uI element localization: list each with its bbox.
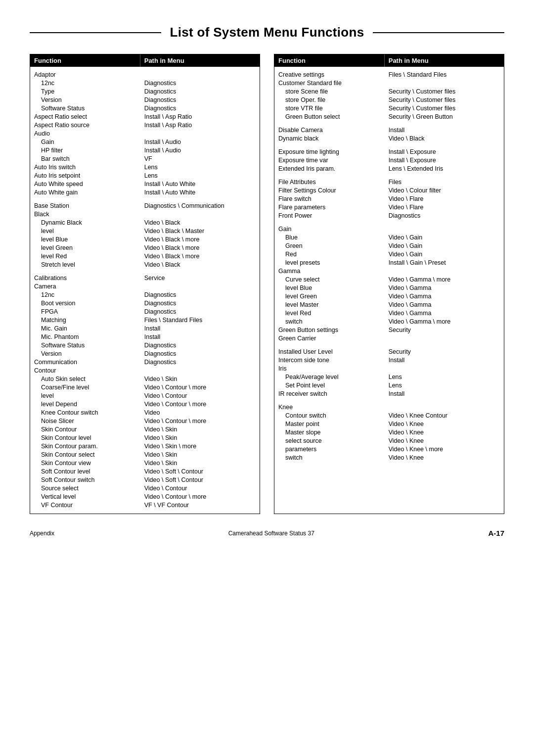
table-row: level DependVideo \ Contour \ more xyxy=(30,400,260,409)
func-cell: File Attributes xyxy=(274,178,385,187)
func-cell: Flare parameters xyxy=(274,203,385,212)
path-cell: Files \ Standard Files xyxy=(385,71,504,79)
table-row: Adaptor xyxy=(30,71,260,79)
func-cell: Skin Contour param. xyxy=(30,442,140,451)
func-cell: select source xyxy=(274,437,385,445)
path-cell: Lens xyxy=(385,373,504,381)
table-row: parametersVideo \ Knee \ more xyxy=(274,445,504,454)
func-cell: Installed User Level xyxy=(274,348,385,356)
path-cell: Video \ Flare xyxy=(385,195,504,203)
path-cell: Video \ Knee xyxy=(385,437,504,445)
table-row: Knee xyxy=(274,403,504,412)
func-cell: Exposure time lighting xyxy=(274,148,385,156)
path-cell: Security \ Customer files xyxy=(385,88,504,96)
right-table: Function Path in Menu Creative settingsF… xyxy=(274,54,504,514)
path-cell: Video \ Gain xyxy=(385,234,504,242)
table-row: VersionDiagnostics xyxy=(30,350,260,358)
path-cell: VF \ VF Contour xyxy=(140,501,260,510)
path-cell xyxy=(385,403,504,412)
path-cell xyxy=(140,283,260,291)
right-header-function: Function xyxy=(274,54,385,67)
func-cell: Red xyxy=(274,250,385,259)
table-row: CommunicationDiagnostics xyxy=(30,358,260,367)
path-cell: Video \ Soft \ Contour xyxy=(140,476,260,484)
page-title: List of System Menu Functions xyxy=(161,25,373,40)
table-row: Flare switchVideo \ Flare xyxy=(274,195,504,203)
footer-left: Appendix xyxy=(30,530,54,537)
table-row: Master slopeVideo \ Knee xyxy=(274,428,504,437)
func-cell: VF Contour xyxy=(30,501,140,510)
func-cell: store VTR file xyxy=(274,104,385,113)
table-row: Gain xyxy=(274,225,504,234)
func-cell: Front Power xyxy=(274,212,385,220)
path-cell: Diagnostics xyxy=(140,79,260,88)
spacer-row xyxy=(274,173,504,178)
left-table: Function Path in Menu Adaptor12ncDiagnos… xyxy=(30,54,260,514)
path-cell: Video \ Skin xyxy=(140,425,260,434)
table-row: Bar switchVF xyxy=(30,155,260,163)
table-row: store Oper. fileSecurity \ Customer file… xyxy=(274,96,504,104)
table-row: TypeDiagnostics xyxy=(30,88,260,96)
path-cell: Video \ Knee xyxy=(385,428,504,437)
table-row: Set Point levelLens xyxy=(274,381,504,390)
table-row: GreenVideo \ Gain xyxy=(274,242,504,250)
table-row: Iris xyxy=(274,365,504,373)
table-row: Skin ContourVideo \ Skin xyxy=(30,425,260,434)
path-cell: Video \ Knee \ more xyxy=(385,445,504,454)
footer-center: Camerahead Software Status 37 xyxy=(228,530,314,537)
path-cell: Diagnostics xyxy=(140,308,260,316)
table-row: store Scene fileSecurity \ Customer file… xyxy=(274,88,504,96)
table-row: Contour xyxy=(30,367,260,375)
path-cell: Diagnostics xyxy=(140,358,260,367)
table-row: Green Button selectSecurity \ Green Butt… xyxy=(274,113,504,121)
func-cell: Audio xyxy=(30,130,140,138)
func-cell: Exposure time var xyxy=(274,156,385,165)
func-cell: Aspect Ratio source xyxy=(30,121,140,130)
table-row: Aspect Ratio sourceInstall \ Asp Ratio xyxy=(30,121,260,130)
table-row: Auto White gainInstall \ Auto White xyxy=(30,189,260,197)
table-row: levelVideo \ Black \ Master xyxy=(30,227,260,236)
func-cell: Master slope xyxy=(274,428,385,437)
func-cell: Auto White gain xyxy=(30,189,140,197)
func-cell: Black xyxy=(30,210,140,219)
path-cell: Video \ Black \ Master xyxy=(140,227,260,236)
func-cell: Iris xyxy=(274,365,385,373)
path-cell: Video \ Skin xyxy=(140,375,260,383)
func-cell: Communication xyxy=(30,358,140,367)
table-row: Exposure time lightingInstall \ Exposure xyxy=(274,148,504,156)
table-row: VF ContourVF \ VF Contour xyxy=(30,501,260,510)
path-cell: Video \ Contour \ more xyxy=(140,400,260,409)
func-cell: Skin Contour xyxy=(30,425,140,434)
table-row: Base StationDiagnostics \ Communication xyxy=(30,202,260,210)
table-row: Soft Contour levelVideo \ Soft \ Contour xyxy=(30,468,260,476)
path-cell xyxy=(140,130,260,138)
func-cell: Base Station xyxy=(30,202,140,210)
left-header-function: Function xyxy=(30,54,140,67)
table-row: Auto White speedInstall \ Auto White xyxy=(30,180,260,189)
path-cell: Security \ Customer files xyxy=(385,104,504,113)
table-row: switchVideo \ Gamma \ more xyxy=(274,318,504,326)
table-row: Vertical levelVideo \ Contour \ more xyxy=(30,493,260,501)
table-row: Disable CameraInstall xyxy=(274,126,504,135)
func-cell: Vertical level xyxy=(30,493,140,501)
table-row: MatchingFiles \ Standard Files xyxy=(30,316,260,325)
func-cell: Type xyxy=(30,88,140,96)
func-cell: level xyxy=(30,227,140,236)
path-cell: Install xyxy=(385,126,504,135)
path-cell: Diagnostics xyxy=(140,96,260,104)
path-cell: Install \ Auto White xyxy=(140,180,260,189)
table-row: VersionDiagnostics xyxy=(30,96,260,104)
func-cell: Boot version xyxy=(30,299,140,308)
func-cell: Contour xyxy=(30,367,140,375)
path-cell: Video \ Black \ more xyxy=(140,236,260,244)
func-cell: parameters xyxy=(274,445,385,454)
table-row: Master pointVideo \ Knee xyxy=(274,420,504,428)
func-cell: switch xyxy=(274,318,385,326)
spacer-row xyxy=(274,343,504,348)
table-row: Dynamic BlackVideo \ Black xyxy=(30,219,260,227)
path-cell: Install \ Auto White xyxy=(140,189,260,197)
func-cell: Camera xyxy=(30,283,140,291)
table-row: level BlueVideo \ Black \ more xyxy=(30,236,260,244)
path-cell: Video \ Gain xyxy=(385,250,504,259)
func-cell: level Red xyxy=(30,252,140,261)
